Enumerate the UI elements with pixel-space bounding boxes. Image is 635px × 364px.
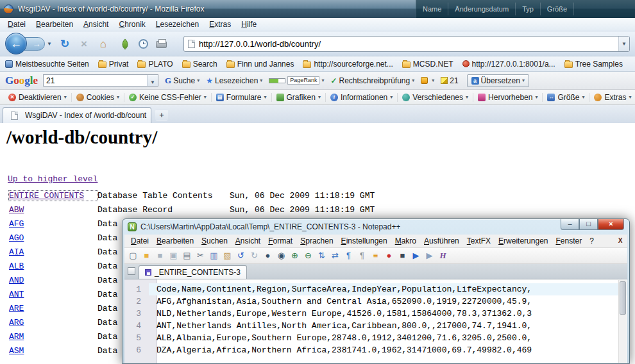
webdev-menu-item[interactable]: Größe ▾	[542, 93, 589, 102]
webdev-menu-item[interactable]: Informationen ▾	[325, 93, 397, 102]
tab-wsgidav[interactable]: WsgiDAV - Index of /world-db/count...	[3, 107, 151, 123]
menu-item[interactable]: TextFX	[463, 235, 495, 247]
bookmark-item[interactable]: Search	[182, 60, 217, 69]
url-input[interactable]	[199, 39, 618, 49]
maximize-button[interactable]: □	[579, 219, 598, 230]
toolbar-icon[interactable]: ●	[262, 250, 274, 262]
minimize-button[interactable]: –	[561, 219, 579, 230]
webdev-menu-item[interactable]: Deaktivieren ▾	[4, 93, 71, 102]
toolbar-icon[interactable]: ▢	[127, 250, 139, 262]
greasemonkey-button[interactable]	[117, 37, 133, 52]
entry-link[interactable]: ABW	[9, 205, 97, 215]
editor-scrollbar[interactable]	[618, 280, 627, 363]
toolbar-icon[interactable]: ¶	[343, 250, 355, 262]
toolbar-icon[interactable]: ▤	[181, 250, 193, 262]
print-button[interactable]	[153, 37, 169, 52]
toolbar-icon[interactable]: ≡	[369, 250, 382, 262]
bookmark-item[interactable]: Privat	[98, 60, 129, 69]
google-toolbar-button[interactable]: Übersetzen ▾	[467, 74, 529, 87]
entry-link[interactable]: ARE	[9, 304, 97, 313]
history-clock-button[interactable]	[135, 37, 151, 52]
google-toolbar-button[interactable]: PageRank ▾	[269, 76, 324, 85]
webdev-menu-item[interactable]: Verschiedenes ▾	[397, 93, 473, 102]
tab-entire-contents[interactable]: _ENTIRE_CONTENTS-3	[139, 265, 247, 279]
scrollbar-thumb[interactable]	[620, 281, 626, 315]
document-list-icon[interactable]	[128, 267, 135, 275]
toolbar-icon[interactable]: ⇄	[329, 250, 341, 262]
menu-item[interactable]: Datei	[3, 19, 31, 30]
menu-item[interactable]: Sprachen	[296, 235, 337, 247]
toolbar-icon[interactable]: ▥	[208, 250, 220, 262]
menu-item[interactable]: Chronik	[114, 19, 150, 30]
bookmark-item[interactable]: http://127.0.0.1:8001/a...	[462, 60, 555, 69]
url-dropdown-icon[interactable]: ▼	[618, 37, 629, 51]
close-document-icon[interactable]: X	[615, 236, 625, 246]
menu-item[interactable]: Erweiterungen	[495, 235, 552, 247]
stop-button[interactable]: ×	[76, 37, 92, 52]
toolbar-icon[interactable]: H	[437, 250, 449, 262]
menu-item[interactable]: Ausführen	[420, 235, 463, 247]
google-toolbar-button[interactable]: Suche ▾	[165, 76, 199, 86]
back-button[interactable]: ←	[5, 33, 27, 54]
menu-item[interactable]: Datei	[127, 235, 153, 247]
bookmark-item[interactable]: PLATO	[137, 60, 173, 69]
bookmark-item[interactable]: Meistbesuchte Seiten	[5, 60, 89, 69]
menu-item[interactable]: Einstellungen	[337, 235, 391, 247]
menu-item[interactable]: ?	[586, 235, 598, 247]
bookmark-item[interactable]: Finn und Jannes	[226, 60, 294, 69]
history-dropdown-icon[interactable]: ▼	[47, 41, 52, 47]
toolbar-icon[interactable]: ▶	[423, 250, 436, 262]
webdev-menu-item[interactable]: Hervorheben ▾	[473, 93, 542, 102]
notepad-titlebar[interactable]: N C:\Users\Martin\AppData\Local\Temp\_EN…	[123, 219, 629, 235]
toolbar-icon[interactable]: ⊖	[302, 250, 314, 262]
webdev-menu-item[interactable]: Formulare ▾	[211, 93, 271, 102]
google-toolbar-button[interactable]: 21	[441, 76, 460, 85]
entry-link[interactable]: ASM	[9, 346, 97, 356]
reload-button[interactable]: ↻	[56, 37, 73, 52]
toolbar-icon[interactable]: ●	[383, 250, 395, 262]
menu-item[interactable]: Lesezeichen	[151, 19, 204, 30]
close-button[interactable]: ×	[598, 219, 624, 230]
entry-link[interactable]: AGO	[9, 233, 97, 243]
bookmark-item[interactable]: Tree Samples	[564, 60, 623, 69]
menu-item[interactable]: Bearbeiten	[153, 235, 198, 247]
toolbar-icon[interactable]: ¶	[356, 250, 368, 262]
entry-link[interactable]: AFG	[9, 219, 97, 229]
entry-link[interactable]: AND	[9, 276, 97, 285]
toolbar-icon[interactable]: ⊕	[289, 250, 301, 262]
entry-link[interactable]: ARM	[9, 332, 97, 342]
entry-link[interactable]: ENTIRE CONTENTS	[9, 191, 97, 201]
google-search-input[interactable]	[44, 76, 147, 85]
toolbar-icon[interactable]: ■	[140, 250, 153, 262]
toolbar-icon[interactable]: ▣	[167, 250, 180, 262]
menu-item[interactable]: Suchen	[198, 235, 232, 247]
menu-item[interactable]: Format	[264, 235, 296, 247]
menu-item[interactable]: Extras	[204, 19, 236, 30]
toolbar-icon[interactable]: ■	[154, 250, 166, 262]
toolbar-icon[interactable]: ■	[396, 250, 409, 262]
search-dropdown-icon[interactable]: ▼	[147, 75, 158, 86]
google-toolbar-button[interactable]: ▾	[421, 77, 434, 84]
bookmark-item[interactable]: MCSD.NET	[402, 60, 453, 69]
entry-link[interactable]: AIA	[9, 247, 97, 257]
entry-link[interactable]: ARG	[9, 318, 97, 327]
toolbar-icon[interactable]: ▶	[410, 250, 422, 262]
menu-item[interactable]: Bearbeiten	[31, 19, 78, 30]
menu-item[interactable]: Ansicht	[78, 19, 114, 30]
toolbar-icon[interactable]: ↺	[235, 250, 247, 262]
up-to-higher-level-link[interactable]: Up to higher level	[8, 174, 97, 184]
bookmark-item[interactable]: http://sourceforge.net...	[303, 60, 393, 69]
menu-item[interactable]: Makro	[391, 235, 420, 247]
toolbar-icon[interactable]: ✂	[194, 250, 207, 262]
google-toolbar-button[interactable]: Lesezeichen ▾	[206, 76, 262, 85]
webdev-menu-item[interactable]: Extras ▾	[589, 93, 635, 102]
menu-item[interactable]: Hilfe	[236, 19, 262, 30]
toolbar-icon[interactable]: ↻	[248, 250, 260, 262]
entry-link[interactable]: ALB	[9, 261, 97, 271]
menu-item[interactable]: Fenster	[552, 235, 586, 247]
google-toolbar-button[interactable]: Rechtschreibprüfung ▾	[330, 76, 414, 85]
home-button[interactable]: ⌂	[95, 37, 112, 52]
editor-area[interactable]: 1 Code,Name,Continent,Region,SurfaceArea…	[124, 279, 627, 363]
toolbar-icon[interactable]: ▧	[221, 250, 233, 262]
toolbar-icon[interactable]: ⇅	[316, 250, 328, 262]
